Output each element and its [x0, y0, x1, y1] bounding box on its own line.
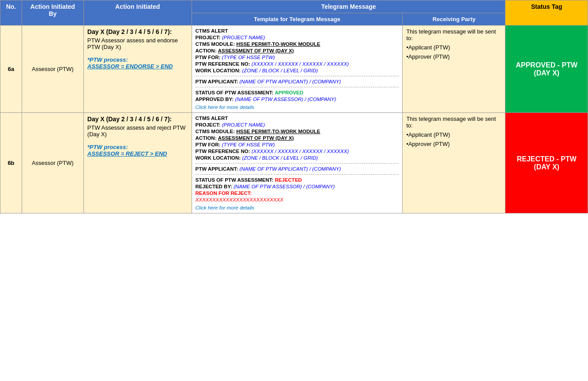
tpl-applicant-val-6b: (NAME OF PTW APPLICANT) / (COMPANY): [239, 166, 341, 172]
tpl-link-6b[interactable]: Click here for more details: [196, 205, 255, 210]
col-header-template: Template for Telegram Message: [192, 13, 403, 26]
cell-initiated-by-6b: Assessor (PTW): [22, 113, 83, 213]
tpl-status-label-6a: STATUS OF PTW ASSESSMENT:: [196, 90, 274, 95]
tpl-project-label-6b: PROJECT:: [196, 122, 221, 127]
tpl-status-val-6b: REJECTED: [275, 177, 302, 183]
tpl-alert-6a: CTMS ALERT: [196, 28, 228, 34]
tpl-alert-6b: CTMS ALERT: [196, 116, 228, 121]
cell-status-6a: APPROVED - PTW (DAY X): [505, 26, 588, 113]
tpl-project-label-6a: PROJECT:: [196, 35, 221, 40]
col-header-receiving: Receiving Party: [403, 13, 505, 26]
tpl-status-label-6b: STATUS OF PTW ASSESSMENT:: [196, 177, 274, 183]
action-body-6b: PTW Assessor assess and reject PTW (Day …: [87, 124, 188, 138]
col-header-action: Action Initiated: [83, 0, 192, 26]
cell-no-6a: 6a: [0, 26, 22, 113]
tpl-ptw-for-val-6a: (TYPE OF HSSE PTW): [222, 55, 275, 60]
cell-status-6b: REJECTED - PTW (DAY X): [505, 113, 588, 213]
tpl-loc-val-6a: (ZONE / BLOCK / LEVEL / GRID): [242, 68, 318, 73]
ptw-process-detail-6b: ASSESSOR = REJECT > END: [87, 150, 188, 157]
tpl-ref-label-6b: PTW REFERENCE NO:: [196, 149, 250, 154]
tpl-status-val-6a: APPROVED: [275, 90, 304, 95]
tpl-by-val-6a: (NAME OF PTW ASSESSOR) / (COMPANY): [235, 97, 336, 102]
ptw-process-label-6a: *PTW process:: [87, 56, 188, 63]
tpl-module-label-6a: CTMS MODULE:: [196, 41, 235, 47]
cell-action-6b: Day X (Day 2 / 3 / 4 / 5 / 6 / 7): PTW A…: [83, 113, 192, 213]
col-header-action-by: Action Initiated By: [22, 0, 83, 26]
tpl-by-label-6b: REJECTED BY:: [196, 184, 233, 189]
col-header-no: No.: [0, 0, 22, 26]
tpl-reason-val-6b: XXXXXXXXXXXXXXXXXXXXXXXXXX: [196, 197, 283, 202]
tpl-action-val-6a: ASSESSMENT OF PTW (DAY X): [218, 48, 294, 53]
cell-action-6a: Day X (Day 2 / 3 / 4 / 5 / 6 / 7): PTW A…: [83, 26, 192, 113]
tpl-by-val-6b: (NAME OF PTW ASSESSOR) / (COMPANY): [234, 184, 335, 189]
tpl-ref-val-6a: (XXXXXX / XXXXXX / XXXXXX / XXXXXX): [252, 61, 349, 67]
recv-intro-6a: This telegram message will be sent to:: [406, 28, 501, 41]
tpl-ref-label-6a: PTW REFERENCE NO:: [196, 61, 250, 67]
tpl-action-label-6a: ACTION:: [196, 48, 217, 53]
cell-no-6b: 6b: [0, 113, 22, 213]
tpl-module-val-6b: HSSE PERMIT-TO-WORK MODULE: [236, 129, 320, 134]
cell-template-6a: CTMS ALERT PROJECT: (PROJECT NAME) CTMS …: [192, 26, 403, 113]
table-row-6a: 6aAssessor (PTW) Day X (Day 2 / 3 / 4 / …: [0, 26, 588, 113]
tpl-module-label-6b: CTMS MODULE:: [196, 129, 235, 134]
action-title-6b: Day X (Day 2 / 3 / 4 / 5 / 6 / 7):: [87, 116, 188, 123]
tpl-applicant-label-6a: PTW APPLICANT:: [196, 79, 238, 84]
recv-bullet-6b-1: •Approver (PTW): [406, 141, 501, 147]
cell-template-6b: CTMS ALERT PROJECT: (PROJECT NAME) CTMS …: [192, 113, 403, 213]
tpl-ptw-for-label-6b: PTW FOR:: [196, 142, 221, 147]
tpl-ptw-for-val-6b: (TYPE OF HSSE PTW): [222, 142, 275, 147]
cell-receiving-6a: This telegram message will be sent to:•A…: [403, 26, 505, 113]
tpl-applicant-val-6a: (NAME OF PTW APPLICANT) / (COMPANY): [239, 79, 341, 84]
recv-intro-6b: This telegram message will be sent to:: [406, 116, 501, 129]
tpl-project-val-6a: (PROJECT NAME): [222, 35, 265, 40]
action-title-6a: Day X (Day 2 / 3 / 4 / 5 / 6 / 7):: [87, 28, 188, 35]
tpl-ptw-for-label-6a: PTW FOR:: [196, 55, 221, 60]
recv-bullet-6b-0: •Applicant (PTW): [406, 131, 501, 138]
table-row-6b: 6bAssessor (PTW) Day X (Day 2 / 3 / 4 / …: [0, 113, 588, 213]
tpl-link-6a[interactable]: Click here for more details: [196, 105, 255, 110]
tpl-project-val-6b: (PROJECT NAME): [222, 122, 265, 127]
tpl-loc-label-6a: WORK LOCATION:: [196, 68, 241, 73]
col-header-status: Status Tag: [505, 0, 588, 26]
tpl-module-val-6a: HSSE PERMIT-TO-WORK MODULE: [236, 41, 320, 47]
recv-bullet-6a-1: •Approver (PTW): [406, 53, 501, 60]
ptw-process-label-6b: *PTW process:: [87, 144, 188, 150]
tpl-action-val-6b: ASSESSMENT OF PTW (DAY X): [218, 135, 294, 141]
col-header-telegram: Telegram Message: [192, 0, 505, 13]
cell-initiated-by-6a: Assessor (PTW): [22, 26, 83, 113]
recv-bullet-6a-0: •Applicant (PTW): [406, 44, 501, 51]
tpl-reason-label-6b: REASON FOR REJECT:: [196, 190, 252, 196]
ptw-process-detail-6a: ASSESSOR = ENDORSE > END: [87, 63, 188, 70]
action-body-6a: PTW Assessor assess and endorse PTW (Day…: [87, 37, 188, 50]
tpl-applicant-label-6b: PTW APPLICANT:: [196, 166, 238, 172]
tpl-action-label-6b: ACTION:: [196, 135, 217, 141]
tpl-loc-val-6b: (ZONE / BLOCK / LEVEL / GRID): [242, 155, 318, 161]
tpl-by-label-6a: APPROVED BY:: [196, 97, 234, 102]
cell-receiving-6b: This telegram message will be sent to:•A…: [403, 113, 505, 213]
tpl-ref-val-6b: (XXXXXX / XXXXXX / XXXXXX / XXXXXX): [252, 149, 349, 154]
tpl-loc-label-6b: WORK LOCATION:: [196, 155, 241, 161]
table-header-main: No. Action Initiated By Action Initiated…: [0, 0, 588, 13]
